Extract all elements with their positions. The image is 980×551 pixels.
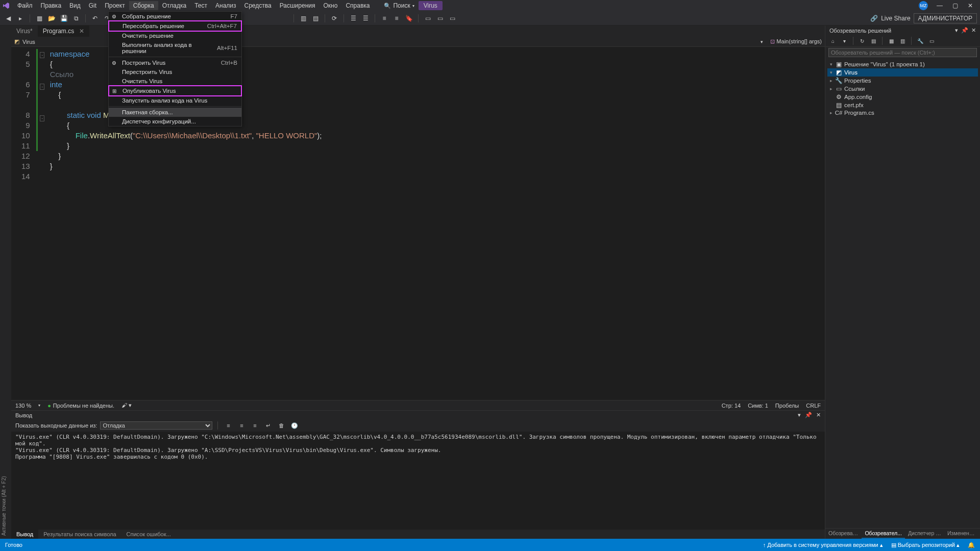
menu-Вид[interactable]: Вид bbox=[65, 1, 85, 10]
save-icon[interactable]: 💾 bbox=[59, 13, 69, 23]
ctx-item[interactable]: Диспетчер конфигураций... bbox=[109, 117, 241, 126]
live-share-label[interactable]: Live Share bbox=[881, 15, 910, 22]
out-tool-icon[interactable]: ≡ bbox=[223, 420, 233, 431]
out-tool-icon3[interactable]: ≡ bbox=[250, 420, 260, 431]
doc-tab[interactable]: Program.cs✕ bbox=[38, 26, 89, 37]
menu-Сборка[interactable]: Сборка bbox=[129, 1, 158, 10]
breadcrumb-member[interactable]: ⊡ Main(string[] args) bbox=[770, 38, 822, 45]
new-project-icon[interactable]: ▦ bbox=[34, 13, 44, 23]
t-icon4[interactable]: ☰ bbox=[348, 13, 358, 23]
solexp-search-input[interactable] bbox=[828, 48, 977, 57]
ctx-item[interactable]: Очистить решение bbox=[109, 31, 241, 40]
tree-node[interactable]: ⚙App.config bbox=[827, 93, 978, 101]
undo-icon[interactable]: ↶ bbox=[90, 13, 100, 23]
ctx-item[interactable]: ⚙Построить VirusCtrl+B bbox=[109, 58, 241, 67]
se-icon3[interactable]: ▥ bbox=[898, 36, 907, 45]
showall-icon[interactable]: ▤ bbox=[869, 36, 878, 45]
home-icon[interactable]: ⌂ bbox=[828, 36, 838, 45]
add-to-source-control[interactable]: ↑ Добавить в систему управления версиями… bbox=[763, 542, 883, 548]
t-icon[interactable]: ▥ bbox=[298, 13, 308, 23]
zoom-level[interactable]: 130 % bbox=[15, 403, 31, 409]
output-tab[interactable]: Результаты поиска символа bbox=[38, 530, 121, 539]
open-icon[interactable]: 📂 bbox=[46, 13, 57, 23]
doc-tab[interactable]: Virus* bbox=[11, 26, 38, 37]
tree-node[interactable]: ▾▣Решение "Virus" (1 проекта 1) bbox=[827, 60, 978, 68]
ctx-item[interactable]: ⊞Опубликовать Virus bbox=[108, 85, 242, 96]
menu-Расширения[interactable]: Расширения bbox=[276, 1, 320, 10]
wrap-icon[interactable]: ↵ bbox=[263, 420, 273, 431]
menu-Средства[interactable]: Средства bbox=[240, 1, 276, 10]
close-tab-icon[interactable]: ✕ bbox=[79, 28, 84, 35]
se-icon2[interactable]: ▦ bbox=[887, 36, 896, 45]
select-repo[interactable]: ▤ Выбрать репозиторий ▴ bbox=[891, 542, 960, 548]
ctx-item[interactable]: Запустить анализ кода на Virus bbox=[109, 96, 241, 105]
nav-fwd-icon[interactable]: ▸ bbox=[15, 13, 26, 23]
tree-node[interactable]: ▸C#Program.cs bbox=[827, 109, 978, 116]
bookmark-icon[interactable]: 🔖 bbox=[404, 13, 414, 23]
solution-tree[interactable]: ▾▣Решение "Virus" (1 проекта 1)▾◩Virus▸🔧… bbox=[825, 58, 980, 528]
clear-icon[interactable]: 🗑 bbox=[276, 420, 286, 431]
nav-back-icon[interactable]: ◀ bbox=[3, 13, 13, 23]
ctx-item[interactable]: Пересобрать решениеCtrl+Alt+F7 bbox=[108, 20, 242, 32]
problems-status[interactable]: Проблемы не найдены. bbox=[53, 403, 114, 409]
method-dropdown-icon[interactable]: ▾ bbox=[761, 39, 763, 44]
menu-Тест[interactable]: Тест bbox=[190, 1, 211, 10]
output-tab[interactable]: Список ошибок... bbox=[121, 530, 176, 539]
solexp-tab[interactable]: Обозревател... bbox=[825, 529, 862, 539]
solution-target[interactable]: Virus bbox=[419, 1, 443, 10]
menu-Отладка[interactable]: Отладка bbox=[158, 1, 190, 10]
lineending-mode[interactable]: CRLF bbox=[806, 403, 821, 409]
close-button[interactable]: ✕ bbox=[963, 1, 978, 10]
menu-search[interactable]: 🔍 Поиск ▾ bbox=[384, 2, 414, 9]
ctx-item[interactable]: Очистить Virus bbox=[109, 77, 241, 86]
output-body[interactable]: "Virus.exe" (CLR v4.0.30319: DefaultDoma… bbox=[11, 432, 825, 530]
menu-Окно[interactable]: Окно bbox=[319, 1, 341, 10]
menu-Проект[interactable]: Проект bbox=[101, 1, 129, 10]
live-share-icon[interactable]: 🔗 bbox=[870, 15, 878, 22]
ctx-item[interactable]: Выполнить анализ кода в решенииAlt+F11 bbox=[109, 40, 241, 56]
menu-Git[interactable]: Git bbox=[85, 1, 101, 10]
tree-node[interactable]: ▤cert.pfx bbox=[827, 101, 978, 109]
menu-Правка[interactable]: Правка bbox=[37, 1, 66, 10]
window-dropdown-icon[interactable]: ▾ bbox=[798, 412, 801, 418]
left-gutter-label[interactable]: Активные точки (Alt + F2) bbox=[0, 26, 11, 539]
tree-node[interactable]: ▾◩Virus bbox=[827, 68, 978, 77]
t-icon9[interactable]: ▭ bbox=[435, 13, 445, 23]
window-dropdown-icon[interactable]: ▾ bbox=[955, 27, 958, 34]
t-icon6[interactable]: ≡ bbox=[379, 13, 389, 23]
output-source-select[interactable]: Отладка bbox=[100, 421, 212, 430]
solexp-tab[interactable]: Диспетчер сво... bbox=[905, 529, 944, 539]
user-avatar[interactable]: MZ bbox=[919, 1, 928, 10]
out-tool-icon2[interactable]: ≡ bbox=[236, 420, 247, 431]
refresh-icon[interactable]: ↻ bbox=[857, 36, 867, 45]
maximize-button[interactable]: ▢ bbox=[947, 1, 963, 10]
pin-icon[interactable]: 📌 bbox=[961, 27, 968, 34]
breadcrumb-project[interactable]: Virus bbox=[22, 39, 35, 45]
se-icon[interactable]: ▾ bbox=[840, 36, 849, 45]
t-icon8[interactable]: ▭ bbox=[423, 13, 433, 23]
ctx-item[interactable]: Пакетная сборка... bbox=[109, 108, 241, 117]
t-icon7[interactable]: ≡ bbox=[391, 13, 402, 23]
se-icon4[interactable]: ▭ bbox=[927, 36, 936, 45]
tree-node[interactable]: ▸🔧Properties bbox=[827, 77, 978, 85]
t-icon3[interactable]: ⟳ bbox=[329, 13, 339, 23]
t-icon2[interactable]: ▤ bbox=[310, 13, 321, 23]
close-output-icon[interactable]: ✕ bbox=[816, 412, 821, 418]
minimize-button[interactable]: — bbox=[932, 1, 947, 10]
solexp-tab[interactable]: Изменения Git bbox=[944, 529, 980, 539]
properties-icon[interactable]: 🔧 bbox=[916, 36, 925, 45]
ctx-item[interactable]: ⚙Собрать решениеF7 bbox=[109, 12, 241, 21]
brush-icon[interactable]: 🖌 ▾ bbox=[121, 402, 132, 409]
indent-mode[interactable]: Пробелы bbox=[775, 403, 799, 409]
menu-Анализ[interactable]: Анализ bbox=[211, 1, 240, 10]
close-solexp-icon[interactable]: ✕ bbox=[971, 27, 976, 34]
zoom-dropdown-icon[interactable]: ▾ bbox=[38, 403, 40, 408]
t-icon5[interactable]: ☰ bbox=[360, 13, 371, 23]
t-icon10[interactable]: ▭ bbox=[447, 13, 457, 23]
ctx-item[interactable]: Перестроить Virus bbox=[109, 67, 241, 77]
output-tab[interactable]: Вывод bbox=[11, 530, 38, 539]
pin-icon[interactable]: 📌 bbox=[805, 412, 812, 418]
clock-icon[interactable]: 🕐 bbox=[289, 420, 300, 431]
menu-Справка[interactable]: Справка bbox=[341, 1, 374, 10]
tree-node[interactable]: ▸▭Ссылки bbox=[827, 85, 978, 93]
